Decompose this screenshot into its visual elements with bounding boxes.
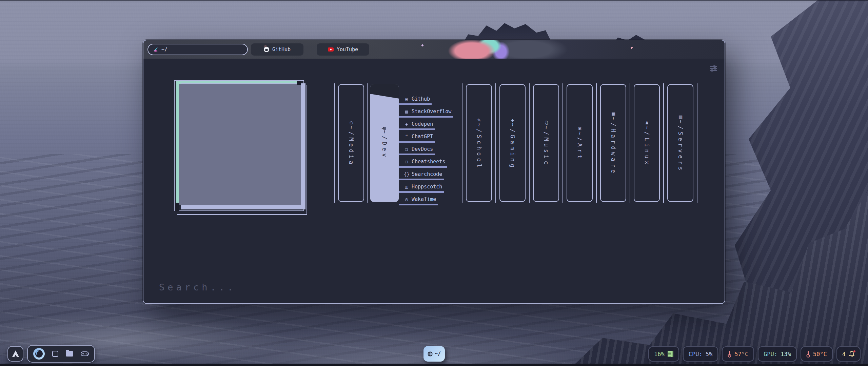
browser-window: ~/ GitHub YouTube [143, 40, 725, 304]
media-icon: ⚇ [348, 119, 355, 126]
ram-usage-pill[interactable]: 16% [648, 346, 679, 362]
link-searchcode[interactable]: {}Searchcode [399, 171, 444, 180]
notification-count: 4 [842, 351, 846, 358]
link-label: Codepen [412, 121, 433, 127]
cpu-usage-pill[interactable]: CPU: 5% [683, 346, 718, 362]
taskbar-window-button[interactable]: ~/ [423, 346, 445, 362]
notification-dot [853, 350, 855, 352]
book-label: ~/School [476, 123, 482, 170]
arch-linux-icon [12, 350, 19, 357]
dock-item-files[interactable] [66, 351, 73, 357]
book-gaming[interactable]: ✚~/Gaming [499, 84, 526, 202]
artwork-corner-handle [175, 203, 179, 207]
ram-value: 16% [654, 351, 665, 358]
braces-icon: {} [404, 171, 409, 177]
book-linux[interactable]: ♟~/Linux [634, 84, 660, 202]
book-hardware[interactable]: ▦~/Hardware [600, 84, 626, 202]
thermometer-icon [806, 351, 810, 358]
link-label: Github [412, 96, 430, 102]
screen-top-edge [0, 0, 868, 1]
window-button-label: ~/ [435, 351, 441, 357]
link-underline [399, 166, 447, 168]
chat-bubble-icon: ❝ [404, 134, 409, 139]
link-underline [399, 154, 435, 155]
link-underline [399, 116, 453, 118]
book-art[interactable]: ✾~/Art [567, 84, 593, 202]
tab-label: YouTube [337, 46, 358, 53]
system-tray: 16% CPU: 5% 57°C GPU: 13% 50°C 4 [648, 346, 861, 362]
server-rack-icon: ▥ [677, 114, 684, 120]
gpu-value: 13% [781, 351, 791, 358]
browser-logo-icon [153, 47, 158, 52]
book-servers[interactable]: ▥~/Servers [667, 84, 693, 202]
stackoverflow-icon: ▤ [404, 109, 409, 114]
artwork-frame [172, 79, 309, 218]
notifications-pill[interactable]: 4 [836, 346, 861, 362]
search-input[interactable] [159, 280, 699, 295]
link-underline [399, 191, 444, 193]
link-underline [399, 179, 444, 180]
link-label: StackOverflow [412, 108, 451, 115]
shelf-divider [697, 83, 697, 203]
link-label: Searchcode [412, 171, 442, 177]
cpu-temp-pill[interactable]: 57°C [722, 346, 754, 362]
penguin-icon: ♟ [644, 119, 650, 126]
book-label: ~/Dev [381, 130, 388, 159]
link-underline [399, 128, 435, 130]
dock-item-firefox-active[interactable] [33, 348, 45, 360]
music-note-icon: ♫ [543, 119, 550, 126]
dev-links-list: ◉Github ▤StackOverflow ◈Codepen ❝ChatGPT… [399, 84, 452, 202]
cpu-label: CPU: [689, 351, 703, 358]
gpu-label: GPU: [764, 351, 777, 358]
dock-item-games[interactable] [81, 351, 89, 356]
startpage-content: ⚇~/Media ψ~/Dev ◉Github ▤StackOverflow ◈… [143, 59, 725, 304]
screen-bottom-edge [0, 364, 868, 366]
thermometer-icon [728, 351, 731, 358]
book-label: ~/Art [576, 131, 583, 161]
git-branch-icon: ψ [381, 127, 388, 130]
book-label: ~/Music [543, 126, 550, 167]
book-label: ~/Servers [677, 120, 684, 172]
bell-icon [849, 351, 855, 357]
gpu-temp-value: 50°C [813, 351, 827, 358]
desktop: ~/ GitHub YouTube [0, 0, 868, 366]
dock [27, 345, 95, 363]
tab-youtube[interactable]: YouTube [317, 43, 369, 56]
book-dev-open[interactable]: ψ~/Dev [370, 84, 399, 202]
link-underline [399, 141, 435, 143]
link-underline [399, 204, 438, 205]
tab-github[interactable]: GitHub [251, 43, 303, 56]
palette-icon: ✾ [577, 125, 583, 131]
codepen-icon: ◈ [404, 121, 409, 127]
link-devdocs[interactable]: ❏DevDocs [399, 146, 435, 155]
school-icon: ✎ [476, 117, 482, 123]
link-stackoverflow[interactable]: ▤StackOverflow [399, 108, 453, 118]
link-hoppscotch[interactable]: ◫Hoppscotch [399, 183, 444, 193]
document-icon: ❏ [404, 146, 409, 152]
url-text: ~/ [161, 46, 167, 53]
settings-sliders-icon[interactable] [710, 65, 717, 72]
gpu-usage-pill[interactable]: GPU: 13% [758, 346, 797, 362]
link-underline [399, 103, 432, 105]
link-cheatsheets[interactable]: ❐Cheatsheets [399, 158, 447, 168]
link-github[interactable]: ◉Github [399, 96, 432, 105]
chip-icon: ▦ [610, 110, 617, 117]
link-chatgpt[interactable]: ❝ChatGPT [399, 133, 435, 143]
cpu-temp-value: 57°C [734, 351, 748, 358]
link-wakatime[interactable]: ◷WakaTime [399, 196, 438, 205]
book-label: ~/Linux [644, 126, 650, 167]
dock-item-terminal[interactable] [52, 351, 58, 357]
url-bar[interactable]: ~/ [147, 44, 248, 55]
app-launcher-button[interactable] [7, 346, 23, 362]
github-icon [264, 47, 269, 52]
book-label: ~/Media [348, 126, 355, 167]
ram-chip-icon [668, 351, 673, 357]
link-codepen[interactable]: ◈Codepen [399, 121, 435, 130]
cpu-value: 5% [706, 351, 712, 358]
artwork-corner-handle [175, 207, 179, 211]
book-media[interactable]: ⚇~/Media [338, 84, 364, 202]
book-label: ~/Hardware [610, 117, 617, 175]
book-music[interactable]: ♫~/Music [533, 84, 559, 202]
gpu-temp-pill[interactable]: 50°C [801, 346, 833, 362]
book-school[interactable]: ✎~/School [466, 84, 492, 202]
